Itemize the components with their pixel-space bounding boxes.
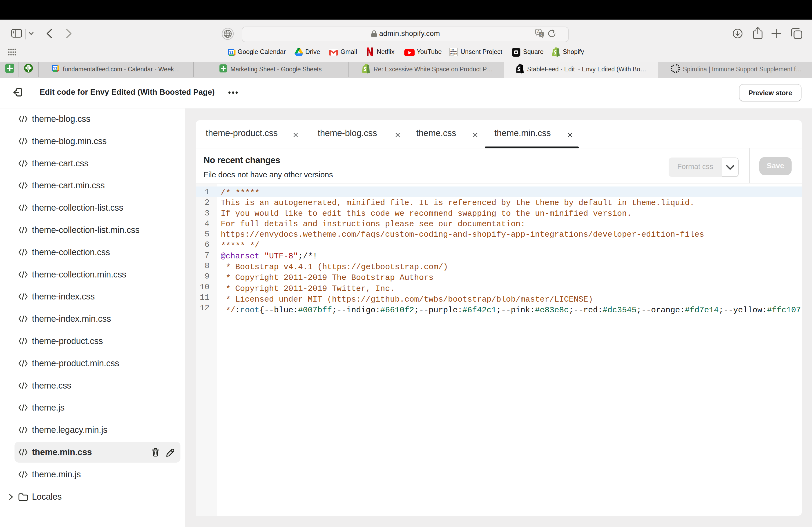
svg-text:31: 31 (53, 66, 57, 70)
svg-text:Project: Project (450, 52, 457, 55)
svg-text:文: 文 (540, 33, 543, 37)
svg-text:31: 31 (229, 50, 234, 55)
